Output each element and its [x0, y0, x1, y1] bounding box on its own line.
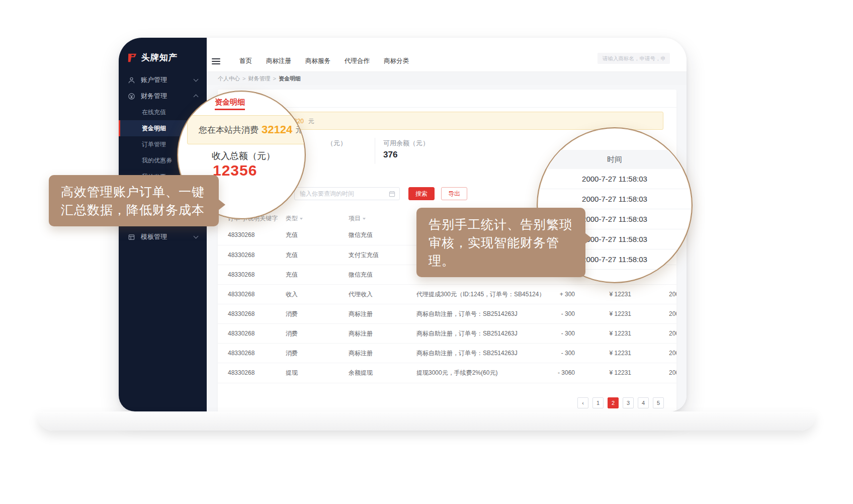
user-icon	[128, 76, 135, 84]
export-button[interactable]: 导出	[441, 187, 467, 200]
sidebar-item-label: 财务管理	[141, 92, 167, 101]
breadcrumb-current: 资金明细	[279, 75, 301, 81]
callout-arrow-right-icon	[585, 233, 592, 244]
breadcrumb-item[interactable]: 个人中心	[218, 75, 240, 81]
table-row: 48330268 收入 代理收入 代理提成300元（ID:1245，订单号：SB…	[218, 284, 676, 304]
lens-tab-underline	[215, 109, 245, 110]
nav-tab-trademark-register[interactable]: 商标注册	[266, 57, 291, 65]
chevron-down-icon	[194, 234, 199, 239]
table-row: 48330268 消费 商标注册 商标自助注册，订单号：SB2514263J -…	[218, 304, 676, 323]
table-row: 48330268 消费 商标注册 商标自助注册，订单号：SB2514263J -…	[218, 343, 676, 363]
time-column-header: 时间	[538, 150, 692, 169]
income-total-value: 12356	[213, 162, 257, 179]
sidebar-item-finance[interactable]: 财务管理	[119, 88, 207, 104]
template-icon	[128, 233, 135, 241]
page-button-1[interactable]: 1	[592, 397, 604, 408]
menu-icon[interactable]	[212, 58, 220, 64]
nav-tab-agent[interactable]: 代理合作	[345, 57, 370, 65]
brand-logo[interactable]: 头牌知产	[127, 52, 178, 63]
callout-arrow-right-icon	[218, 199, 225, 210]
nav-tab-home[interactable]: 首页	[239, 57, 252, 65]
laptop-mockup: 头牌知产 账户管理 财务管理 在线充值 资金明细	[0, 0, 853, 504]
date-placeholder: 输入你要查询的时间	[300, 188, 354, 200]
caret-down-icon	[300, 218, 303, 220]
callout-left-text: 高效管理账户订单、一键汇总数据，降低财务成本	[61, 185, 205, 217]
page-button-2-active[interactable]: 2	[608, 397, 619, 408]
stat-divider	[375, 138, 375, 164]
breadcrumb-item[interactable]: 财务管理	[248, 75, 270, 81]
page-button-3[interactable]: 3	[623, 397, 634, 408]
time-cell: 2000-7-27 11:58:03	[538, 169, 692, 189]
income-total-label: 收入总额（元）	[212, 150, 275, 162]
caret-down-icon	[363, 218, 366, 220]
pagination: ‹ 1 2 3 4 5	[577, 397, 664, 408]
brand-logo-icon	[127, 52, 138, 63]
nav-tab-classification[interactable]: 商标分类	[384, 57, 409, 65]
finance-icon	[128, 93, 135, 100]
table-bottom-divider	[218, 383, 676, 383]
sidebar-item-label: 模板管理	[141, 232, 167, 241]
page-button-4[interactable]: 4	[638, 397, 649, 408]
chevron-down-icon	[194, 77, 199, 82]
notice-prefix: 您在本站共消费	[199, 124, 259, 136]
table-row: 48330268 消费 商标注册 商标自助注册，订单号：SB2514263J -…	[218, 323, 676, 343]
callout-left: 高效管理账户订单、一键汇总数据，降低财务成本	[49, 175, 219, 226]
chevron-up-icon	[194, 95, 199, 100]
date-range-input[interactable]: 输入你要查询的时间	[294, 187, 400, 200]
brand-name: 头牌知产	[141, 52, 178, 63]
calendar-icon	[389, 191, 395, 197]
table-row: 48330268 提现 余额提现 提现3000元，手续费2%(60元) - 30…	[218, 363, 676, 382]
balance-label: 可用余额（元）	[383, 139, 429, 148]
time-cell: 2000-7-27 11:58:03	[538, 189, 692, 209]
balance-value: 376	[383, 150, 397, 160]
spend-unit-label: （元）	[327, 139, 347, 148]
prev-page-button[interactable]: ‹	[577, 397, 588, 408]
notice-amount: 32124	[262, 123, 292, 136]
page-button-5[interactable]: 5	[653, 397, 664, 408]
sidebar-item-templates[interactable]: 模板管理	[119, 229, 207, 245]
notice-tail-unit: 元	[308, 118, 314, 125]
lens-tab-title: 资金明细	[215, 98, 245, 107]
col-header-project[interactable]: 项目	[349, 214, 366, 223]
search-button[interactable]: 搜索	[408, 187, 435, 200]
sidebar-item-label: 账户管理	[141, 75, 167, 85]
sidebar-item-account[interactable]: 账户管理	[119, 72, 207, 88]
nav-tab-trademark-service[interactable]: 商标服务	[305, 57, 330, 65]
col-header-type[interactable]: 类型	[286, 214, 303, 223]
breadcrumb: 个人中心>财务管理>资金明细	[207, 72, 687, 85]
laptop-base	[38, 411, 815, 431]
card-tab-bar: 资金明细	[218, 90, 676, 108]
callout-right-text: 告别手工统计、告别繁琐审核，实现智能财务管理。	[429, 217, 572, 268]
search-input[interactable]	[598, 53, 670, 64]
lens-consumption-notice: 您在本站共消费 32124 元	[187, 115, 306, 144]
callout-right: 告别手工统计、告别繁琐审核，实现智能财务管理。	[416, 208, 585, 277]
top-nav: 首页 商标注册 商标服务 代理合作 商标分类	[207, 38, 687, 72]
